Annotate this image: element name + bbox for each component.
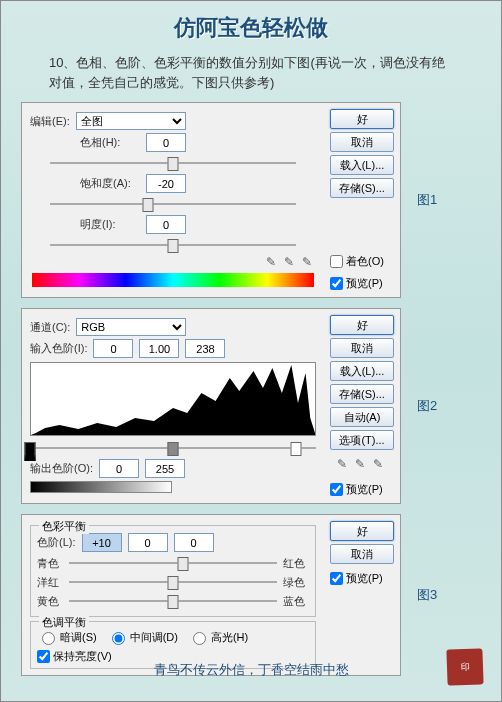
cyan-red-slider[interactable]: [69, 555, 277, 571]
ok-button[interactable]: 好: [330, 109, 394, 129]
light-label: 明度(I):: [80, 217, 140, 232]
output-levels-label: 输出色阶(O):: [30, 461, 93, 476]
cb-val2[interactable]: [128, 533, 168, 552]
cb-title: 色彩平衡: [39, 519, 89, 534]
light-slider[interactable]: [50, 237, 296, 253]
preview-checkbox[interactable]: 预览(P): [330, 482, 394, 497]
input-slider[interactable]: [30, 440, 316, 456]
sat-label: 饱和度(A):: [80, 176, 140, 191]
magenta-green-slider[interactable]: [69, 574, 277, 590]
input-levels-label: 输入色阶(I):: [30, 341, 87, 356]
red-label: 红色: [283, 556, 309, 571]
eyedropper-black-icon[interactable]: ✎: [337, 457, 351, 471]
hue-spectrum: [32, 273, 314, 287]
fig1-label: 图1: [417, 191, 437, 209]
preview-checkbox[interactable]: 预览(P): [330, 571, 394, 586]
sat-slider[interactable]: [50, 196, 296, 212]
output-black[interactable]: [99, 459, 139, 478]
edit-select[interactable]: 全图: [76, 112, 186, 130]
color-balance-dialog: 色彩平衡 色阶(L): 青色红色 洋红绿色 黄色蓝色 色调平衡: [21, 514, 401, 676]
cancel-button[interactable]: 取消: [330, 338, 394, 358]
yellow-blue-slider[interactable]: [69, 593, 277, 609]
save-button[interactable]: 存储(S)...: [330, 178, 394, 198]
output-white[interactable]: [145, 459, 185, 478]
shadows-radio[interactable]: 暗调(S): [37, 629, 97, 645]
magenta-label: 洋红: [37, 575, 63, 590]
options-button[interactable]: 选项(T)...: [330, 430, 394, 450]
hue-saturation-dialog: 编辑(E): 全图 色相(H): 饱和度(A): 明度(I):: [21, 102, 401, 298]
green-label: 绿色: [283, 575, 309, 590]
sat-input[interactable]: [146, 174, 186, 193]
hue-slider[interactable]: [50, 155, 296, 171]
midtones-radio[interactable]: 中间调(D): [107, 629, 178, 645]
eyedropper-plus-icon[interactable]: ✎: [284, 255, 298, 269]
ok-button[interactable]: 好: [330, 315, 394, 335]
levels-dialog: 通道(C): RGB 输入色阶(I): 输出色阶(O):: [21, 308, 401, 504]
input-black[interactable]: [93, 339, 133, 358]
load-button[interactable]: 载入(L)...: [330, 155, 394, 175]
eyedropper-icon[interactable]: ✎: [266, 255, 280, 269]
channel-select[interactable]: RGB: [76, 318, 186, 336]
intro-text: 10、色相、色阶、色彩平衡的数值分别如下图(再说一次，调色没有绝对值，全凭自己的…: [1, 49, 501, 102]
hue-label: 色相(H):: [80, 135, 140, 150]
cb-val1[interactable]: [82, 533, 122, 552]
cyan-label: 青色: [37, 556, 63, 571]
edit-label: 编辑(E):: [30, 114, 70, 129]
footer-poem: 青鸟不传云外信，丁香空结雨中愁: [1, 661, 501, 679]
hue-input[interactable]: [146, 133, 186, 152]
eyedropper-white-icon[interactable]: ✎: [373, 457, 387, 471]
blue-label: 蓝色: [283, 594, 309, 609]
light-input[interactable]: [146, 215, 186, 234]
ok-button[interactable]: 好: [330, 521, 394, 541]
page-title: 仿阿宝色轻松做: [1, 1, 501, 49]
histogram: [30, 362, 316, 436]
highlights-radio[interactable]: 高光(H): [188, 629, 248, 645]
seal-stamp: 印: [446, 648, 483, 685]
load-button[interactable]: 载入(L)...: [330, 361, 394, 381]
input-white[interactable]: [185, 339, 225, 358]
cb-levels-label: 色阶(L):: [37, 535, 76, 550]
output-gradient: [30, 481, 172, 493]
cb-val3[interactable]: [174, 533, 214, 552]
yellow-label: 黄色: [37, 594, 63, 609]
auto-button[interactable]: 自动(A): [330, 407, 394, 427]
colorize-checkbox[interactable]: 着色(O): [330, 254, 394, 269]
cancel-button[interactable]: 取消: [330, 132, 394, 152]
channel-label: 通道(C):: [30, 320, 70, 335]
preview-checkbox[interactable]: 预览(P): [330, 276, 394, 291]
fig3-label: 图3: [417, 586, 437, 604]
save-button[interactable]: 存储(S)...: [330, 384, 394, 404]
eyedropper-minus-icon[interactable]: ✎: [302, 255, 316, 269]
eyedropper-gray-icon[interactable]: ✎: [355, 457, 369, 471]
tone-title: 色调平衡: [39, 615, 89, 630]
fig2-label: 图2: [417, 397, 437, 415]
cancel-button[interactable]: 取消: [330, 544, 394, 564]
input-gamma[interactable]: [139, 339, 179, 358]
